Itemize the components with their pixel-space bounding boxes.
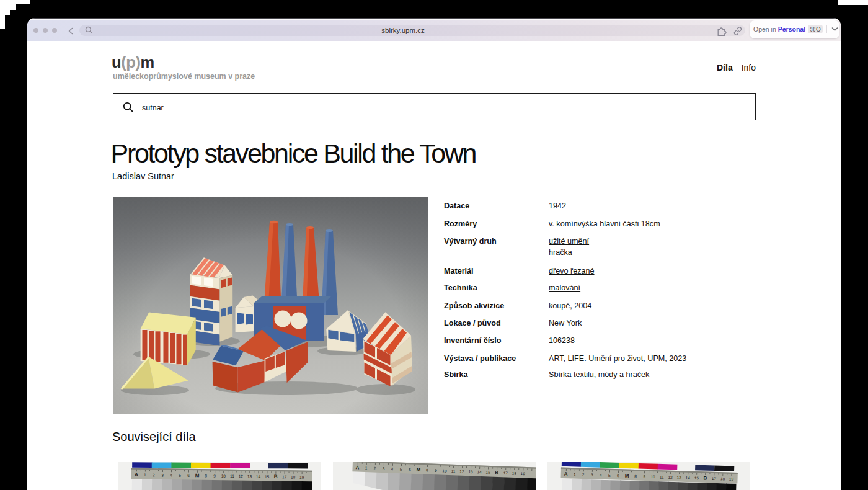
svg-text:5: 5 (608, 473, 611, 478)
svg-text:19: 19 (299, 475, 304, 479)
svg-text:4: 4 (170, 473, 172, 478)
svg-text:3: 3 (383, 466, 385, 471)
svg-text:B: B (703, 476, 707, 481)
svg-text:6: 6 (187, 473, 190, 478)
svg-text:19: 19 (729, 477, 734, 481)
svg-text:5: 5 (179, 473, 181, 478)
svg-text:A: A (135, 472, 138, 478)
svg-text:10: 10 (442, 468, 447, 473)
svg-text:6: 6 (617, 473, 619, 478)
svg-text:15: 15 (694, 476, 699, 480)
svg-text:M: M (416, 467, 420, 473)
svg-text:18: 18 (512, 471, 517, 475)
svg-text:13: 13 (468, 470, 473, 474)
svg-text:A: A (356, 465, 360, 470)
svg-text:2: 2 (374, 466, 376, 470)
svg-text:13: 13 (247, 474, 252, 478)
svg-text:9: 9 (213, 474, 216, 478)
svg-text:11: 11 (451, 469, 456, 473)
svg-text:B: B (274, 474, 278, 479)
svg-text:17: 17 (503, 471, 508, 475)
svg-text:11: 11 (230, 474, 234, 478)
svg-text:18: 18 (720, 476, 725, 481)
svg-text:M: M (195, 473, 200, 478)
svg-text:5: 5 (400, 467, 402, 471)
svg-text:M: M (625, 473, 629, 479)
svg-text:18: 18 (291, 475, 296, 479)
svg-text:12: 12 (668, 475, 673, 479)
svg-text:9: 9 (435, 468, 437, 473)
svg-text:15: 15 (265, 474, 270, 479)
svg-text:1: 1 (365, 466, 368, 470)
svg-text:2: 2 (582, 473, 585, 477)
svg-text:9: 9 (643, 474, 645, 479)
svg-text:15: 15 (486, 470, 491, 474)
svg-text:13: 13 (677, 475, 682, 479)
svg-text:1: 1 (574, 472, 576, 476)
svg-text:10: 10 (650, 474, 655, 479)
svg-text:2: 2 (153, 473, 155, 477)
svg-text:14: 14 (477, 470, 482, 474)
svg-text:8: 8 (634, 474, 637, 478)
svg-text:12: 12 (239, 474, 244, 478)
svg-text:12: 12 (459, 469, 464, 473)
svg-text:3: 3 (161, 473, 164, 477)
svg-text:17: 17 (282, 474, 287, 479)
svg-text:10: 10 (221, 474, 226, 478)
svg-text:4: 4 (391, 466, 394, 471)
svg-text:6: 6 (409, 467, 411, 471)
svg-text:11: 11 (660, 474, 664, 479)
svg-text:8: 8 (426, 468, 428, 472)
svg-text:B: B (495, 470, 498, 475)
svg-text:8: 8 (205, 473, 207, 478)
svg-text:17: 17 (712, 476, 717, 481)
svg-text:1: 1 (144, 473, 146, 477)
svg-text:14: 14 (686, 476, 691, 480)
svg-text:19: 19 (521, 471, 526, 476)
svg-text:A: A (564, 471, 568, 477)
svg-text:4: 4 (600, 473, 602, 478)
svg-text:14: 14 (256, 474, 261, 479)
svg-text:3: 3 (591, 473, 593, 477)
